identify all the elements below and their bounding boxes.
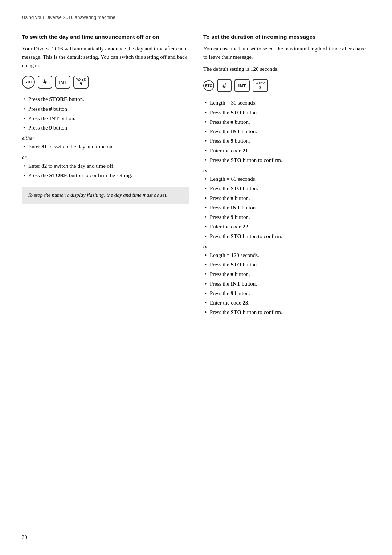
page-header: Using your Diverse 2016 answering machin… <box>22 15 370 20</box>
left-or-list: Enter 82 to switch the day and time off.… <box>22 162 189 180</box>
wxyz-label-right: WXYZ <box>256 82 265 85</box>
hash-button-icon: # <box>38 76 52 89</box>
list-item: Length = 60 seconds. <box>203 175 370 183</box>
list-item: Enter 82 to switch the day and time off. <box>22 162 189 170</box>
list-item: Enter 81 to switch the day and time on. <box>22 143 189 151</box>
page-number: 30 <box>22 534 27 540</box>
right-intro2: The default setting is 120 seconds. <box>203 65 370 73</box>
list-item: Press the # button. <box>203 118 370 126</box>
right-button-group: STO # INT WXYZ 9 <box>203 79 370 92</box>
list-item: Press the INT button. <box>203 127 370 136</box>
list-item: Press the # button. <box>203 270 370 278</box>
list-item: Press the STORE button to confirm the se… <box>22 171 189 180</box>
nine-label-right: 9 <box>259 85 261 90</box>
left-main-list: Press the STORE button. Press the # butt… <box>22 95 189 132</box>
list-item: Press the INT button. <box>203 204 370 212</box>
left-column: To switch the day and time announcement … <box>22 33 189 320</box>
right-column: To set the duration of incoming messages… <box>203 33 370 320</box>
list-item: Press the STO button. <box>203 261 370 269</box>
list-item: Press the # button. <box>203 194 370 203</box>
sto-button-icon-right: STO <box>203 80 214 91</box>
int-button-icon-right: INT <box>234 79 250 92</box>
int-button-icon: INT <box>55 76 70 89</box>
left-either-list: Enter 81 to switch the day and time on. <box>22 143 189 151</box>
hash-button-icon-right: # <box>217 79 232 92</box>
sto-button-icon: STO <box>22 76 35 89</box>
list-item: Press the INT button. <box>22 114 189 123</box>
left-heading: To switch the day and time announcement … <box>22 33 189 41</box>
wxyz-label: WXYZ <box>76 78 86 82</box>
list-item: Press the STO button to confirm. <box>203 156 370 164</box>
nine-label: 9 <box>80 82 82 86</box>
list-item: Length = 30 seconds. <box>203 99 370 107</box>
list-item: Press the 9 button. <box>22 124 189 132</box>
right-heading: To set the duration of incoming messages <box>203 33 370 41</box>
right-60sec-list: Length = 60 seconds. Press the STO butto… <box>203 175 370 241</box>
list-item: Press the 9 button. <box>203 137 370 145</box>
list-item: Press the STO button to confirm. <box>203 308 370 317</box>
list-item: Enter the code 23. <box>203 299 370 307</box>
list-item: Press the INT button. <box>203 280 370 288</box>
list-item: Enter the code 22. <box>203 223 370 231</box>
left-button-group: STO # INT WXYZ 9 <box>22 76 189 89</box>
right-intro1: You can use the handset to select the ma… <box>203 45 370 62</box>
right-120sec-list: Length = 120 seconds. Press the STO butt… <box>203 251 370 317</box>
note-box: To stop the numeric display flashing, th… <box>22 187 189 204</box>
right-30sec-list: Length = 30 seconds. Press the STO butto… <box>203 99 370 164</box>
or-label-2: or <box>203 244 370 250</box>
list-item: Press the STO button. <box>203 109 370 117</box>
either-label: either <box>22 135 189 141</box>
or-label-1: or <box>203 167 370 174</box>
list-item: Press the 9 button. <box>203 213 370 221</box>
two-column-layout: To switch the day and time announcement … <box>22 33 370 320</box>
left-intro: Your Diverse 2016 will automatically ann… <box>22 45 189 70</box>
list-item: Press the 9 button. <box>203 289 370 298</box>
wxyz9-button-icon: WXYZ 9 <box>73 76 89 89</box>
list-item: Enter the code 21. <box>203 147 370 155</box>
list-item: Length = 120 seconds. <box>203 251 370 260</box>
list-item: Press the STORE button. <box>22 95 189 103</box>
list-item: Press the STO button to confirm. <box>203 232 370 241</box>
wxyz9-button-icon-right: WXYZ 9 <box>253 79 268 92</box>
list-item: Press the STO button. <box>203 184 370 193</box>
list-item: Press the # button. <box>22 105 189 113</box>
or-label: or <box>22 154 189 160</box>
